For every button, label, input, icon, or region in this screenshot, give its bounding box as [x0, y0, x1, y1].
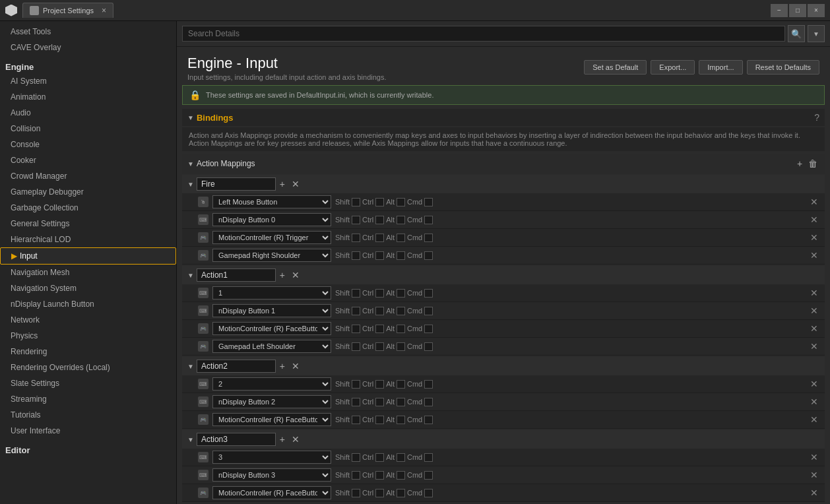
- alt-check[interactable]: [397, 216, 405, 224]
- key-select[interactable]: 2: [212, 377, 331, 391]
- row-delete-btn[interactable]: ✕: [809, 396, 819, 407]
- key-select[interactable]: Gamepad Left Shoulder: [212, 340, 331, 353]
- alt-check[interactable]: [397, 289, 405, 298]
- sidebar-item-garbage-collection[interactable]: Garbage Collection: [0, 200, 176, 216]
- key-select[interactable]: nDisplay Button 2: [212, 395, 331, 408]
- alt-check[interactable]: [397, 342, 405, 351]
- sidebar-item-gameplay-debugger[interactable]: Gameplay Debugger: [0, 184, 176, 200]
- fire-collapse-arrow[interactable]: ▼: [187, 181, 194, 188]
- row-delete-btn[interactable]: ✕: [809, 470, 819, 480]
- ctrl-check[interactable]: [375, 398, 384, 406]
- key-select[interactable]: MotionController (R) Trigger: [212, 231, 331, 244]
- alt-check[interactable]: [397, 453, 405, 462]
- key-select[interactable]: nDisplay Button 3: [212, 468, 331, 482]
- shift-check[interactable]: [352, 453, 360, 462]
- alt-check[interactable]: [397, 380, 405, 389]
- row-delete-btn[interactable]: ✕: [809, 379, 819, 389]
- ctrl-check[interactable]: [375, 325, 384, 333]
- alt-check[interactable]: [397, 416, 405, 424]
- cmd-check[interactable]: [424, 251, 433, 260]
- set-as-default-btn[interactable]: Set as Default: [584, 60, 647, 75]
- delete-action-mapping-btn[interactable]: 🗑: [806, 157, 819, 170]
- sidebar-item-general-settings[interactable]: General Settings: [0, 216, 176, 232]
- action3-del-btn[interactable]: ✕: [289, 433, 302, 446]
- sidebar-item-input[interactable]: ▶ Input: [0, 247, 176, 265]
- key-select[interactable]: 1: [212, 286, 331, 299]
- action2-collapse-arrow[interactable]: ▼: [187, 363, 194, 370]
- add-action-mapping-btn[interactable]: +: [793, 157, 806, 170]
- cmd-check[interactable]: [424, 471, 433, 480]
- sidebar-item-slate-settings[interactable]: Slate Settings: [0, 375, 176, 391]
- sidebar-item-ai-system[interactable]: AI System: [0, 73, 176, 89]
- cmd-check[interactable]: [424, 489, 433, 497]
- sidebar-item-navigation-mesh[interactable]: Navigation Mesh: [0, 265, 176, 280]
- shift-check[interactable]: [352, 489, 360, 497]
- sidebar-item-animation[interactable]: Animation: [0, 89, 176, 105]
- ctrl-check[interactable]: [375, 198, 384, 206]
- sidebar-item-navigation-system[interactable]: Navigation System: [0, 280, 176, 296]
- cmd-check[interactable]: [424, 307, 433, 315]
- sidebar-item-cave-overlay[interactable]: CAVE Overlay: [0, 40, 176, 55]
- search-button[interactable]: 🔍: [788, 25, 805, 42]
- shift-check[interactable]: [352, 416, 360, 424]
- key-select[interactable]: nDisplay Button 0: [212, 213, 331, 226]
- sidebar-item-network[interactable]: Network: [0, 312, 176, 328]
- alt-check[interactable]: [397, 398, 405, 406]
- action3-collapse-arrow[interactable]: ▼: [187, 436, 194, 443]
- alt-check[interactable]: [397, 307, 405, 315]
- row-delete-btn[interactable]: ✕: [809, 288, 819, 298]
- key-select[interactable]: MotionController (R) FaceButton2: [212, 413, 331, 426]
- row-delete-btn[interactable]: ✕: [809, 488, 819, 498]
- cmd-check[interactable]: [424, 325, 433, 333]
- sidebar-item-streaming[interactable]: Streaming: [0, 391, 176, 407]
- sidebar-item-asset-tools[interactable]: Asset Tools: [0, 24, 176, 40]
- shift-check[interactable]: [352, 380, 360, 389]
- ctrl-check[interactable]: [375, 307, 384, 315]
- shift-check[interactable]: [352, 251, 360, 260]
- cmd-check[interactable]: [424, 198, 433, 206]
- key-select[interactable]: Gamepad Right Shoulder: [212, 249, 331, 262]
- sidebar-item-rendering[interactable]: Rendering: [0, 344, 176, 360]
- cmd-check[interactable]: [424, 216, 433, 224]
- action3-add-btn[interactable]: +: [276, 433, 289, 446]
- row-delete-btn[interactable]: ✕: [809, 197, 819, 207]
- bindings-header[interactable]: ▼ Bindings ?: [182, 109, 825, 126]
- search-input[interactable]: [182, 26, 785, 42]
- fire-del-btn[interactable]: ✕: [289, 177, 302, 191]
- cmd-check[interactable]: [424, 342, 433, 351]
- key-select[interactable]: MotionController (R) FaceButton3: [212, 486, 331, 499]
- alt-check[interactable]: [397, 471, 405, 480]
- export-btn[interactable]: Export...: [651, 60, 695, 75]
- ctrl-check[interactable]: [375, 289, 384, 298]
- row-delete-btn[interactable]: ✕: [809, 214, 819, 225]
- sidebar-item-collision[interactable]: Collision: [0, 121, 176, 137]
- shift-check[interactable]: [352, 307, 360, 315]
- project-settings-tab[interactable]: Project Settings ×: [22, 3, 113, 18]
- alt-check[interactable]: [397, 198, 405, 206]
- row-delete-btn[interactable]: ✕: [809, 452, 819, 462]
- ctrl-check[interactable]: [375, 489, 384, 497]
- cmd-check[interactable]: [424, 380, 433, 389]
- bindings-help-icon[interactable]: ?: [814, 112, 819, 123]
- action2-name-input[interactable]: [197, 360, 276, 373]
- search-options-button[interactable]: ▼: [808, 25, 825, 42]
- sidebar-item-console[interactable]: Console: [0, 137, 176, 152]
- row-delete-btn[interactable]: ✕: [809, 341, 819, 352]
- sidebar-item-user-interface[interactable]: User Interface: [0, 423, 176, 439]
- action1-del-btn[interactable]: ✕: [289, 268, 302, 282]
- sidebar-item-rendering-overrides[interactable]: Rendering Overrides (Local): [0, 360, 176, 375]
- maximize-btn[interactable]: □: [789, 4, 806, 17]
- shift-check[interactable]: [352, 398, 360, 406]
- reset-to-defaults-btn[interactable]: Reset to Defaults: [747, 60, 819, 75]
- import-btn[interactable]: Import...: [699, 60, 742, 75]
- key-select[interactable]: 3: [212, 451, 331, 464]
- sidebar-item-hierarchical-lod[interactable]: Hierarchical LOD: [0, 232, 176, 247]
- row-delete-btn[interactable]: ✕: [809, 250, 819, 261]
- minimize-btn[interactable]: −: [771, 4, 788, 17]
- fire-name-input[interactable]: [197, 177, 276, 191]
- alt-check[interactable]: [397, 251, 405, 260]
- shift-check[interactable]: [352, 289, 360, 298]
- fire-add-btn[interactable]: +: [276, 177, 289, 191]
- alt-check[interactable]: [397, 234, 405, 242]
- ctrl-check[interactable]: [375, 251, 384, 260]
